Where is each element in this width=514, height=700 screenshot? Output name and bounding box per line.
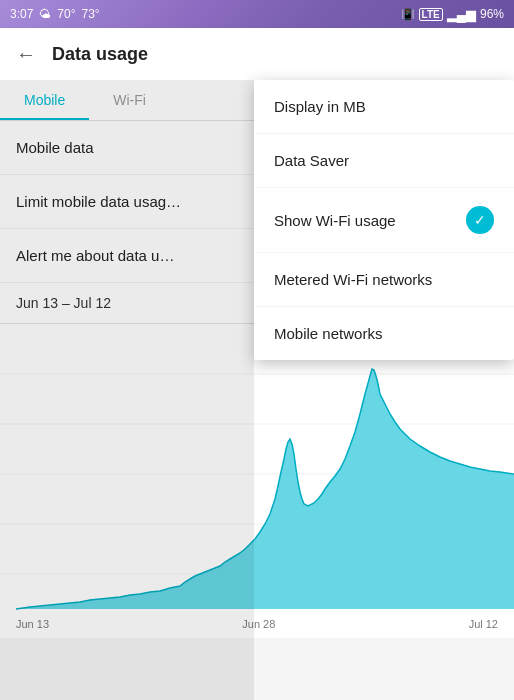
status-temp1: 70° [57, 7, 75, 21]
dropdown-item-display-mb[interactable]: Display in MB [254, 80, 514, 134]
back-button[interactable]: ← [16, 43, 36, 66]
signal-bars-icon: ▂▄▆ [447, 7, 476, 22]
status-left: 3:07 🌤 70° 73° [10, 7, 100, 21]
dropdown-item-data-saver-label: Data Saver [274, 152, 349, 169]
status-bar: 3:07 🌤 70° 73° 📳 LTE ▂▄▆ 96% [0, 0, 514, 28]
chart-label-end: Jul 12 [469, 618, 498, 630]
app-header: ← Data usage [0, 28, 514, 80]
lte-badge: LTE [419, 8, 443, 21]
status-time: 3:07 [10, 7, 33, 21]
checkmark-icon: ✓ [466, 206, 494, 234]
volume-icon: 📳 [401, 8, 415, 21]
battery-icon: 96% [480, 7, 504, 21]
dropdown-item-show-wifi[interactable]: Show Wi-Fi usage ✓ [254, 188, 514, 253]
dropdown-item-mobile-networks-label: Mobile networks [274, 325, 382, 342]
dropdown-item-show-wifi-label: Show Wi-Fi usage [274, 212, 396, 229]
dropdown-item-metered-wifi-label: Metered Wi-Fi networks [274, 271, 432, 288]
status-temp2: 73° [82, 7, 100, 21]
dropdown-menu: Display in MB Data Saver Show Wi-Fi usag… [254, 80, 514, 360]
dropdown-item-display-mb-label: Display in MB [274, 98, 366, 115]
dropdown-item-data-saver[interactable]: Data Saver [254, 134, 514, 188]
dropdown-item-mobile-networks[interactable]: Mobile networks [254, 307, 514, 360]
status-right: 📳 LTE ▂▄▆ 96% [401, 7, 504, 22]
page-title: Data usage [52, 44, 148, 65]
dropdown-item-metered-wifi[interactable]: Metered Wi-Fi networks [254, 253, 514, 307]
dropdown-backdrop[interactable] [0, 80, 254, 700]
sun-icon: 🌤 [39, 7, 51, 21]
